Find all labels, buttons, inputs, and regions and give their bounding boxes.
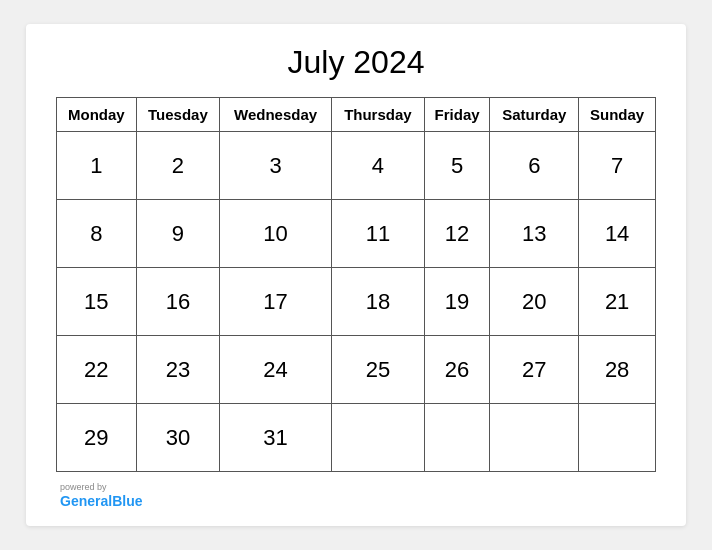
day-cell-25: 25 bbox=[331, 336, 424, 404]
day-cell-19: 19 bbox=[424, 268, 490, 336]
day-cell-16: 16 bbox=[136, 268, 219, 336]
day-cell-27: 27 bbox=[490, 336, 579, 404]
day-cell-1: 1 bbox=[57, 132, 137, 200]
week-row-1: 1234567 bbox=[57, 132, 656, 200]
day-cell-5: 5 bbox=[424, 132, 490, 200]
day-header-wednesday: Wednesday bbox=[220, 98, 332, 132]
day-cell-2: 2 bbox=[136, 132, 219, 200]
day-cell-7: 7 bbox=[579, 132, 656, 200]
day-cell-3: 3 bbox=[220, 132, 332, 200]
day-cell-26: 26 bbox=[424, 336, 490, 404]
day-cell-13: 13 bbox=[490, 200, 579, 268]
day-cell-29: 29 bbox=[57, 404, 137, 472]
day-cell-6: 6 bbox=[490, 132, 579, 200]
day-cell-20: 20 bbox=[490, 268, 579, 336]
week-row-2: 891011121314 bbox=[57, 200, 656, 268]
day-cell-11: 11 bbox=[331, 200, 424, 268]
day-header-monday: Monday bbox=[57, 98, 137, 132]
day-cell-17: 17 bbox=[220, 268, 332, 336]
day-cell-28: 28 bbox=[579, 336, 656, 404]
day-cell-23: 23 bbox=[136, 336, 219, 404]
day-cell-12: 12 bbox=[424, 200, 490, 268]
header-row: MondayTuesdayWednesdayThursdayFridaySatu… bbox=[57, 98, 656, 132]
calendar-footer: powered by GeneralBlue bbox=[56, 482, 656, 510]
calendar-table: MondayTuesdayWednesdayThursdayFridaySatu… bbox=[56, 97, 656, 472]
day-cell-8: 8 bbox=[57, 200, 137, 268]
calendar-container: July 2024 MondayTuesdayWednesdayThursday… bbox=[26, 24, 686, 526]
day-header-thursday: Thursday bbox=[331, 98, 424, 132]
empty-cell bbox=[490, 404, 579, 472]
empty-cell bbox=[331, 404, 424, 472]
day-header-friday: Friday bbox=[424, 98, 490, 132]
empty-cell bbox=[424, 404, 490, 472]
day-cell-18: 18 bbox=[331, 268, 424, 336]
day-cell-22: 22 bbox=[57, 336, 137, 404]
day-cell-15: 15 bbox=[57, 268, 137, 336]
day-cell-4: 4 bbox=[331, 132, 424, 200]
day-header-tuesday: Tuesday bbox=[136, 98, 219, 132]
day-cell-21: 21 bbox=[579, 268, 656, 336]
week-row-5: 293031 bbox=[57, 404, 656, 472]
day-cell-14: 14 bbox=[579, 200, 656, 268]
day-cell-30: 30 bbox=[136, 404, 219, 472]
day-cell-10: 10 bbox=[220, 200, 332, 268]
brand-general: General bbox=[60, 493, 112, 509]
brand-blue: Blue bbox=[112, 493, 142, 509]
day-header-sunday: Sunday bbox=[579, 98, 656, 132]
brand-label: GeneralBlue bbox=[60, 493, 142, 509]
day-cell-24: 24 bbox=[220, 336, 332, 404]
day-cell-9: 9 bbox=[136, 200, 219, 268]
week-row-3: 15161718192021 bbox=[57, 268, 656, 336]
powered-by-label: powered by bbox=[60, 482, 656, 492]
week-row-4: 22232425262728 bbox=[57, 336, 656, 404]
day-header-saturday: Saturday bbox=[490, 98, 579, 132]
empty-cell bbox=[579, 404, 656, 472]
day-cell-31: 31 bbox=[220, 404, 332, 472]
calendar-title: July 2024 bbox=[56, 44, 656, 81]
